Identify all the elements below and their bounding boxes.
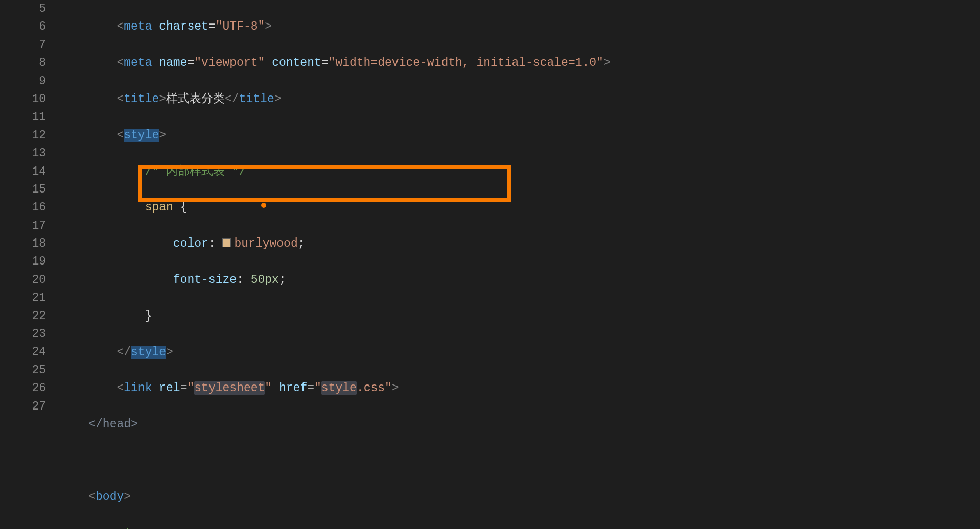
code-line[interactable]: <title>样式表分类</title> bbox=[60, 90, 980, 108]
code-area[interactable]: <meta charset="UTF-8"> <meta name="viewp… bbox=[60, 0, 980, 529]
code-line[interactable]: <style> bbox=[60, 127, 980, 145]
line-number-gutter: 5 6 7 8 9 10 11 12 13 14 15 16 17 18 19 … bbox=[0, 0, 60, 529]
line-number: 5 bbox=[0, 0, 46, 18]
line-number: 26 bbox=[0, 379, 46, 397]
code-line[interactable]: <meta charset="UTF-8"> bbox=[60, 18, 980, 36]
code-line[interactable] bbox=[60, 452, 980, 470]
line-number: 24 bbox=[0, 343, 46, 361]
line-number: 6 bbox=[0, 18, 46, 36]
code-line[interactable]: span { bbox=[60, 199, 980, 217]
code-line[interactable]: <body> bbox=[60, 488, 980, 506]
line-number: 18 bbox=[0, 235, 46, 253]
line-number: 16 bbox=[0, 199, 46, 217]
line-number: 12 bbox=[0, 127, 46, 145]
code-line[interactable]: </head> bbox=[60, 416, 980, 434]
code-line[interactable]: <!-- bbox=[60, 524, 980, 529]
color-swatch-icon bbox=[222, 238, 231, 247]
line-number: 17 bbox=[0, 217, 46, 235]
code-line[interactable]: /* 内部样式表 */ bbox=[60, 163, 980, 181]
annotation-dot-icon bbox=[261, 203, 266, 208]
line-number: 9 bbox=[0, 73, 46, 90]
code-editor[interactable]: 5 6 7 8 9 10 11 12 13 14 15 16 17 18 19 … bbox=[0, 0, 980, 529]
code-line[interactable]: color: burlywood; bbox=[60, 235, 980, 253]
line-number: 23 bbox=[0, 325, 46, 343]
line-number: 10 bbox=[0, 90, 46, 108]
code-line[interactable]: </style> bbox=[60, 344, 980, 362]
code-line[interactable]: font-size: 50px; bbox=[60, 271, 980, 289]
line-number: 21 bbox=[0, 289, 46, 307]
line-number: 19 bbox=[0, 253, 46, 271]
line-number: 8 bbox=[0, 54, 46, 72]
code-line[interactable]: <meta name="viewport" content="width=dev… bbox=[60, 54, 980, 72]
line-number: 22 bbox=[0, 307, 46, 325]
code-line[interactable]: } bbox=[60, 307, 980, 325]
code-line[interactable]: <link rel="stylesheet" href="style.css"> bbox=[60, 379, 980, 397]
line-number: 15 bbox=[0, 181, 46, 199]
line-number: 14 bbox=[0, 163, 46, 181]
line-number: 20 bbox=[0, 271, 46, 289]
line-number: 25 bbox=[0, 362, 46, 379]
line-number: 7 bbox=[0, 36, 46, 54]
line-number: 11 bbox=[0, 108, 46, 126]
line-number: 27 bbox=[0, 398, 46, 416]
line-number: 13 bbox=[0, 145, 46, 162]
